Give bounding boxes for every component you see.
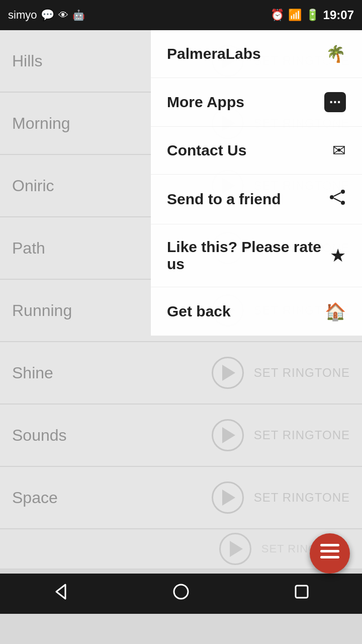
- play-button[interactable]: [219, 533, 251, 565]
- menu-item-rate[interactable]: Like this? Please rate us ★: [151, 224, 362, 287]
- home-icon: 🏠: [325, 301, 346, 321]
- status-right: ⏰ 📶 🔋 19:07: [270, 8, 354, 22]
- ringtone-name: Space: [12, 489, 58, 507]
- status-time: 19:07: [323, 8, 354, 22]
- ringtone-name: Shine: [12, 364, 53, 382]
- back-icon: [51, 583, 69, 605]
- overlay-menu: PalmeraLabs 🌴 More Apps ··· Contact Us ✉…: [151, 30, 362, 336]
- list-item: Sounds SET RINGTONE: [0, 405, 362, 467]
- ringtone-name: Sounds: [12, 426, 67, 445]
- row-right: SET RINGTONE: [212, 481, 350, 514]
- list-item: Shine SET RINGTONE: [0, 342, 362, 405]
- play-button[interactable]: [212, 419, 244, 451]
- menu-label-getback: Get back: [167, 303, 231, 320]
- row-right: SET RINGTONE: [212, 419, 350, 451]
- menu-label-rate: Like this? Please rate us: [167, 238, 330, 273]
- set-ringtone-button[interactable]: SET RINGTONE: [254, 491, 350, 505]
- main-content: Hills SET RINGTONE Morning SET RINGTONE …: [0, 30, 362, 614]
- svg-rect-7: [320, 556, 339, 558]
- message-icon: 💬: [41, 9, 54, 22]
- battery-icon: 🔋: [306, 9, 319, 22]
- svg-point-1: [330, 195, 334, 199]
- menu-item-more-apps[interactable]: More Apps ···: [151, 78, 362, 127]
- recent-icon: [293, 583, 311, 605]
- alarm-icon: ⏰: [270, 9, 284, 22]
- recent-button[interactable]: [282, 579, 322, 609]
- svg-rect-10: [296, 586, 308, 598]
- play-button[interactable]: [212, 357, 244, 389]
- menu-label-palmera: PalmeraLabs: [167, 45, 261, 62]
- menu-item-share[interactable]: Send to a friend: [151, 175, 362, 224]
- svg-line-4: [334, 198, 341, 202]
- menu-label-share: Send to a friend: [167, 191, 281, 208]
- back-button[interactable]: [40, 579, 80, 609]
- set-ringtone-button[interactable]: SET RINGTONE: [254, 428, 350, 442]
- play-button[interactable]: [212, 481, 244, 514]
- ringtone-name: Oniric: [12, 177, 54, 195]
- menu-label-contact: Contact Us: [167, 142, 246, 159]
- signal-icon: 📶: [288, 9, 302, 22]
- svg-marker-8: [56, 585, 65, 599]
- svg-line-3: [334, 193, 341, 196]
- svg-point-9: [174, 585, 188, 599]
- home-nav-icon: [172, 583, 190, 605]
- notification-icon: 👁: [58, 10, 68, 21]
- ringtone-name: Running: [12, 301, 72, 320]
- menu-icon: [320, 544, 339, 563]
- set-ringtone-button[interactable]: SET RINGTONE: [254, 366, 350, 380]
- status-left: simyo 💬 👁 🤖: [8, 9, 85, 22]
- svg-point-0: [341, 190, 345, 194]
- play-icon: [222, 365, 235, 381]
- row-right: SET RINGTONE: [212, 357, 350, 389]
- android-icon: 🤖: [72, 9, 85, 21]
- email-icon: ✉: [332, 141, 346, 160]
- bottom-nav: [0, 574, 362, 614]
- share-icon: [329, 189, 346, 210]
- menu-item-getback[interactable]: Get back 🏠: [151, 287, 362, 336]
- ringtone-name: Hills: [12, 52, 42, 70]
- svg-point-2: [341, 201, 345, 205]
- ringtone-name: Path: [12, 239, 45, 258]
- status-bar: simyo 💬 👁 🤖 ⏰ 📶 🔋 19:07: [0, 0, 362, 30]
- home-button[interactable]: [161, 579, 201, 609]
- palm-tree-icon: 🌴: [326, 44, 346, 63]
- svg-rect-6: [320, 550, 339, 552]
- menu-label-more-apps: More Apps: [167, 94, 244, 111]
- star-icon: ★: [330, 245, 346, 266]
- list-item: Space SET RINGTONE: [0, 467, 362, 529]
- menu-item-palmera[interactable]: PalmeraLabs 🌴: [151, 30, 362, 78]
- play-icon: [230, 541, 243, 557]
- ringtone-name: Morning: [12, 114, 70, 133]
- fab-button[interactable]: [310, 533, 350, 574]
- play-icon: [222, 427, 235, 443]
- menu-item-contact[interactable]: Contact Us ✉: [151, 127, 362, 175]
- svg-rect-5: [320, 544, 339, 546]
- play-icon: [222, 490, 235, 506]
- more-apps-icon: ···: [324, 92, 346, 112]
- carrier-label: simyo: [8, 9, 37, 22]
- list-item: SET RINGTONE: [0, 529, 362, 570]
